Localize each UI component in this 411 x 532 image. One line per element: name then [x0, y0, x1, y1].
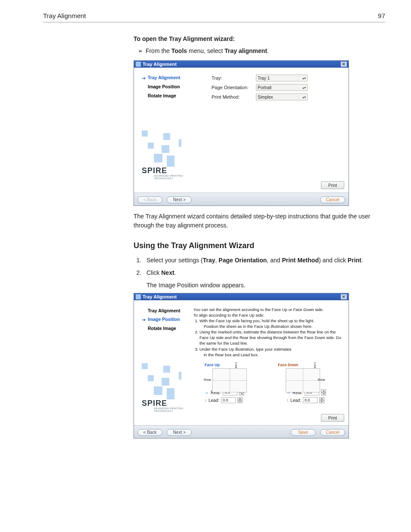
- section-heading: Using the Tray Alignment Wizard: [134, 241, 385, 250]
- arrow-right-icon: ➔: [142, 315, 146, 324]
- screenshot-tray-alignment-step1: Tray Alignment ✕ ➔Tray Alignment ➔Image …: [134, 60, 349, 206]
- brand-name: SPIRE: [142, 399, 167, 408]
- wizard-step-rotate-image[interactable]: ➔Rotate Image: [142, 324, 184, 333]
- cancel-button[interactable]: Cancel: [320, 196, 345, 203]
- brand-tagline: ADVANCED PRINTING TECHNOLOGY: [154, 174, 202, 180]
- print-button[interactable]: Print: [321, 181, 344, 189]
- faceup-lead-input[interactable]: 0.0: [221, 397, 236, 403]
- arrow-horizontal-icon: ↔: [205, 390, 209, 395]
- wizard-step-image-position[interactable]: ➔Image Position: [142, 315, 184, 324]
- step-1: Select your settings (Tray, Page Orienta…: [143, 255, 385, 266]
- page-number: 97: [378, 12, 385, 19]
- step-2: Click Next.: [143, 268, 385, 278]
- instruction-text: You can set the alignment according to t…: [193, 307, 342, 358]
- window-icon: [136, 294, 141, 299]
- arrow-vertical-icon: ↕: [286, 398, 289, 403]
- wizard-step-rotate-image[interactable]: ➔Rotate Image: [142, 92, 202, 101]
- wizard-step-list: ➔Tray Alignment ➔Image Position ➔Rotate …: [142, 306, 184, 333]
- brand-name: SPIRE: [142, 166, 167, 175]
- face-up-diagram: Face Up Lead Rear: [205, 362, 252, 382]
- brand-graphic: SPIRE ADVANCED PRINTING TECHNOLOGY: [142, 124, 202, 175]
- stepper-icon[interactable]: ▲▼: [321, 389, 326, 395]
- print-button[interactable]: Print: [321, 414, 344, 422]
- method-dropdown[interactable]: Simplex▴▾: [256, 93, 308, 100]
- arrow-right-icon: ➔: [142, 74, 146, 83]
- tray-label: Tray:: [212, 75, 252, 81]
- arrow-vertical-icon: ↕: [205, 398, 207, 403]
- cancel-button[interactable]: Cancel: [320, 429, 345, 436]
- brand-graphic: SPIRE ADVANCED PRINTING TECHNOLOGY: [142, 356, 184, 408]
- window-icon: [136, 62, 141, 67]
- wizard-step-tray-alignment[interactable]: ➔Tray Alignment: [142, 74, 202, 83]
- back-button[interactable]: < Back: [137, 429, 162, 436]
- save-button[interactable]: Save: [291, 429, 316, 436]
- orientation-label: Page Orientation:: [212, 85, 252, 90]
- facedown-lead-input[interactable]: 0.0: [303, 397, 318, 403]
- intro-instruction: ➢ From the Tools menu, select Tray align…: [138, 47, 385, 54]
- wizard-description: The Tray Alignment wizard contains detai…: [134, 212, 385, 230]
- screenshot-image-position-step: Tray Alignment ✕ ➔Tray Alignment ➔Image …: [134, 293, 349, 439]
- chevron-updown-icon: ▴▾: [302, 86, 306, 90]
- wizard-step-tray-alignment[interactable]: ➔Tray Alignment: [142, 306, 184, 315]
- intro-heading: To open the Tray Alignment wizard:: [134, 35, 385, 42]
- close-icon[interactable]: ✕: [341, 294, 347, 299]
- stepper-icon[interactable]: ▲▼: [237, 397, 243, 403]
- triangle-bullet-icon: ➢: [138, 47, 144, 54]
- close-icon[interactable]: ✕: [341, 62, 347, 67]
- window-title: Tray Alignment: [143, 294, 177, 299]
- tray-dropdown[interactable]: Tray 1▴▾: [256, 75, 308, 81]
- back-button[interactable]: < Back: [137, 196, 162, 203]
- method-label: Print Method:: [212, 94, 252, 100]
- next-button[interactable]: Next >: [167, 196, 192, 203]
- wizard-step-list: ➔Tray Alignment ➔Image Position ➔Rotate …: [142, 74, 202, 101]
- brand-tagline: ADVANCED PRINTING TECHNOLOGY: [154, 407, 184, 412]
- face-down-diagram: Face Down Lead Rear: [278, 362, 325, 382]
- stepper-icon[interactable]: ▲▼: [319, 397, 324, 403]
- running-head-title: Tray Alignment: [43, 12, 86, 19]
- wizard-step-image-position[interactable]: ➔Image Position: [142, 83, 202, 92]
- chevron-updown-icon: ▴▾: [302, 76, 306, 80]
- window-title: Tray Alignment: [143, 62, 177, 67]
- step-2-result: The Image Position window appears.: [146, 282, 385, 289]
- chevron-updown-icon: ▴▾: [302, 95, 306, 99]
- orientation-dropdown[interactable]: Portrait▴▾: [256, 84, 308, 91]
- next-button[interactable]: Next >: [167, 429, 192, 436]
